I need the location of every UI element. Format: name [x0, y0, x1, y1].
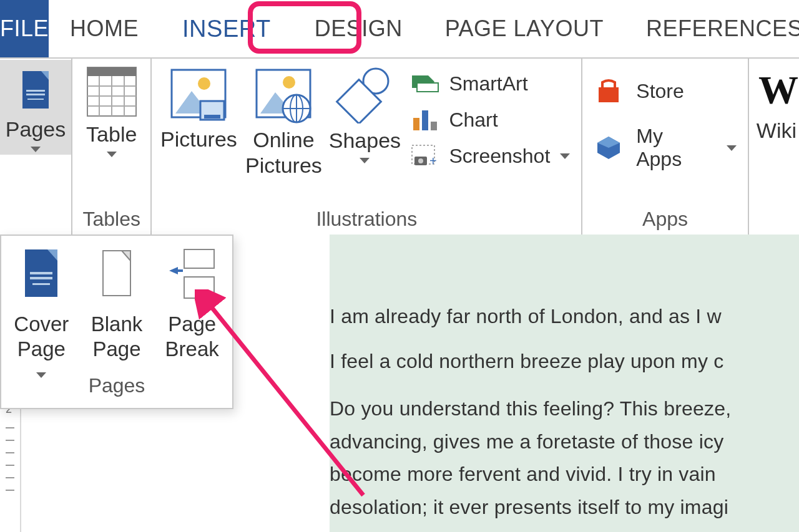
paragraph-2: I feel a cold northern breeze play upon …: [330, 347, 799, 375]
screenshot-label: Screenshot: [449, 145, 550, 168]
pictures-icon: [169, 66, 228, 122]
svg-rect-47: [184, 277, 214, 298]
svg-point-19: [283, 76, 295, 89]
cover-page-icon: [21, 243, 61, 306]
blank-page-label: BlankPage: [91, 312, 143, 361]
page-break-icon: [165, 243, 219, 306]
online-pictures-button-label: OnlinePictures: [245, 127, 322, 178]
table-button-label: Table: [86, 121, 137, 148]
svg-rect-30: [422, 110, 428, 130]
blank-page-icon: [97, 243, 137, 306]
wikipedia-button[interactable]: W Wiki: [754, 65, 799, 147]
group-illustrations: Pictures OnlinePictures: [152, 59, 582, 235]
svg-marker-48: [169, 267, 183, 274]
group-media-partial: W Wiki: [749, 59, 799, 235]
chevron-down-icon: [360, 158, 370, 163]
svg-rect-43: [32, 283, 50, 285]
store-icon: [591, 75, 626, 107]
pictures-button[interactable]: Pictures: [155, 60, 242, 181]
illustrations-mini-list: SmartArt Chart: [404, 60, 581, 173]
chevron-down-icon: [31, 147, 41, 152]
svg-rect-41: [30, 272, 52, 274]
svg-rect-2: [26, 90, 45, 92]
screenshot-button[interactable]: + Screenshot: [406, 138, 581, 173]
group-tables: Table Tables: [72, 59, 152, 235]
smartart-button[interactable]: SmartArt: [406, 66, 581, 101]
group-apps-label: Apps: [642, 205, 688, 235]
group-tables-label: Tables: [82, 205, 140, 235]
pictures-button-label: Pictures: [160, 126, 237, 153]
pages-dropdown-panel: CoverPage BlankPage PageBreak P: [0, 235, 233, 409]
svg-rect-36: [599, 87, 619, 102]
group-illustrations-label: Illustrations: [316, 205, 417, 235]
svg-rect-42: [30, 277, 52, 279]
wikipedia-label: Wiki: [757, 117, 797, 144]
svg-rect-3: [26, 94, 45, 95]
my-apps-label: My Apps: [636, 125, 713, 171]
svg-rect-4: [27, 99, 44, 100]
paragraph-3: Do you understand this feeling? This bre…: [330, 392, 799, 532]
wikipedia-icon: W: [758, 67, 795, 114]
ribbon-insert: Pages: [0, 59, 799, 235]
smartart-label: SmartArt: [449, 72, 527, 95]
svg-rect-44: [103, 251, 130, 296]
svg-point-34: [418, 158, 423, 163]
tab-home[interactable]: HOME: [49, 0, 160, 57]
group-pages: Pages: [0, 59, 72, 235]
page-break-button[interactable]: PageBreak: [154, 241, 230, 364]
svg-rect-17: [204, 115, 220, 118]
chevron-down-icon: [727, 145, 737, 151]
chart-icon: [408, 104, 443, 136]
pages-button[interactable]: Pages: [0, 60, 71, 155]
svg-rect-29: [413, 118, 419, 130]
shapes-icon: [335, 66, 395, 123]
my-apps-button[interactable]: My Apps: [590, 123, 748, 172]
ribbon-tabs: FILE HOME INSERT DESIGN PAGE LAYOUT REFE…: [0, 0, 799, 59]
chevron-down-icon: [107, 152, 117, 157]
shapes-button-label: Shapes: [329, 127, 401, 154]
group-apps: Store My Apps Apps: [582, 59, 749, 235]
table-icon: [86, 66, 137, 117]
tab-file[interactable]: FILE: [0, 0, 49, 57]
cover-page-button[interactable]: CoverPage: [4, 241, 79, 389]
cover-page-label: CoverPage: [7, 312, 76, 386]
svg-rect-31: [431, 122, 437, 130]
shapes-button[interactable]: Shapes: [325, 60, 404, 166]
chevron-down-icon: [36, 372, 46, 378]
chart-label: Chart: [449, 109, 498, 132]
tab-page-layout[interactable]: PAGE LAYOUT: [424, 0, 625, 57]
paragraph-1: I am already far north of London, and as…: [330, 302, 799, 331]
blank-page-button[interactable]: BlankPage: [79, 241, 155, 364]
svg-rect-46: [184, 249, 214, 268]
table-button[interactable]: Table: [72, 60, 150, 160]
my-apps-icon: [591, 132, 626, 164]
pages-button-label: Pages: [6, 116, 66, 143]
document-page[interactable]: I am already far north of London, and as…: [330, 235, 799, 532]
svg-point-14: [198, 77, 210, 90]
screenshot-icon: +: [408, 140, 443, 172]
tab-references[interactable]: REFERENCES: [625, 0, 799, 57]
svg-rect-6: [87, 67, 136, 76]
chart-button[interactable]: Chart: [406, 102, 581, 137]
store-button[interactable]: Store: [590, 74, 692, 109]
svg-text:+: +: [429, 154, 437, 168]
tab-insert[interactable]: INSERT: [160, 0, 293, 57]
tab-design[interactable]: DESIGN: [293, 0, 424, 57]
smartart-icon: [408, 67, 443, 100]
online-pictures-button[interactable]: OnlinePictures: [242, 60, 325, 181]
online-pictures-icon: [254, 66, 313, 123]
cover-page-icon: [19, 70, 52, 112]
store-label: Store: [636, 80, 684, 103]
page-break-label: PageBreak: [165, 312, 219, 361]
svg-rect-28: [417, 83, 438, 92]
chevron-down-icon: [560, 153, 570, 159]
